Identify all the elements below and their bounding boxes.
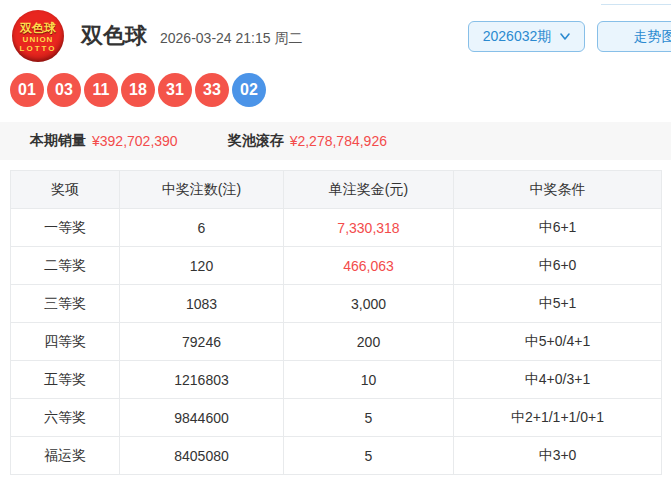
prize-tier-cell: 二等奖	[11, 247, 120, 285]
prize-table-body: 一等奖 6 7,330,318 中6+1 二等奖 120 466,063 中6+…	[11, 209, 662, 475]
logo-text-cn: 双色球	[20, 22, 56, 34]
prize-table-header-cell: 奖项	[11, 171, 120, 209]
table-row: 二等奖 120 466,063 中6+0	[11, 247, 662, 285]
issue-selector-dropdown[interactable]: 2026032期	[468, 21, 585, 52]
jackpot-value: ¥2,278,784,926	[290, 133, 387, 149]
prize-amount-cell: 200	[284, 323, 454, 361]
table-row: 六等奖 9844600 5 中2+1/1+1/0+1	[11, 399, 662, 437]
lottery-ball: 02	[232, 73, 266, 107]
prize-table-header-cell: 中奖注数(注)	[120, 171, 284, 209]
winner-count-cell: 1083	[120, 285, 284, 323]
winner-count-cell: 8405080	[120, 437, 284, 475]
win-condition-cell: 中6+1	[454, 209, 662, 247]
issue-selector-label: 2026032期	[483, 28, 552, 46]
prize-tier-cell: 六等奖	[11, 399, 120, 437]
prize-tier-cell: 一等奖	[11, 209, 120, 247]
prize-amount-cell: 5	[284, 399, 454, 437]
winner-count-cell: 9844600	[120, 399, 284, 437]
chevron-down-icon	[560, 33, 570, 40]
header: 双色球 UNION LOTTO 双色球 2026-03-24 21:15 周二	[12, 10, 302, 62]
prize-table-header-cell: 单注奖金(元)	[284, 171, 454, 209]
prize-table: 奖项 中奖注数(注) 单注奖金(元) 中奖条件 一等奖 6 7,330,318 …	[10, 170, 662, 475]
sales-label: 本期销量	[30, 132, 86, 150]
prize-tier-cell: 五等奖	[11, 361, 120, 399]
winner-count-cell: 79246	[120, 323, 284, 361]
sales-value: ¥392,702,390	[92, 133, 178, 149]
win-condition-cell: 中2+1/1+1/0+1	[454, 399, 662, 437]
lottery-ball: 01	[10, 73, 44, 107]
prize-amount-cell: 10	[284, 361, 454, 399]
prize-amount-cell: 7,330,318	[284, 209, 454, 247]
win-condition-cell: 中5+1	[454, 285, 662, 323]
table-row: 五等奖 1216803 10 中4+0/3+1	[11, 361, 662, 399]
winner-count-cell: 1216803	[120, 361, 284, 399]
lottery-ball: 33	[195, 73, 229, 107]
prize-table-header-cell: 中奖条件	[454, 171, 662, 209]
prize-amount-cell: 3,000	[284, 285, 454, 323]
trend-chart-label: 走势图	[634, 28, 671, 46]
win-condition-cell: 中5+0/4+1	[454, 323, 662, 361]
winner-count-cell: 120	[120, 247, 284, 285]
win-condition-cell: 中3+0	[454, 437, 662, 475]
table-row: 福运奖 8405080 5 中3+0	[11, 437, 662, 475]
page-title: 双色球	[81, 21, 147, 51]
summary-strip: 本期销量 ¥392,702,390 奖池滚存 ¥2,278,784,926	[0, 122, 671, 160]
lottery-ball: 03	[47, 73, 81, 107]
lottery-ball: 11	[84, 73, 118, 107]
win-condition-cell: 中4+0/3+1	[454, 361, 662, 399]
draw-datetime: 2026-03-24 21:15 周二	[160, 25, 302, 48]
cutoff-border-line	[601, 4, 671, 5]
lottery-ball: 18	[121, 73, 155, 107]
winning-numbers: 01 03 11 18 31 33 02	[10, 73, 266, 107]
union-lotto-logo: 双色球 UNION LOTTO	[12, 10, 64, 62]
prize-table-header-row: 奖项 中奖注数(注) 单注奖金(元) 中奖条件	[11, 171, 662, 209]
table-row: 一等奖 6 7,330,318 中6+1	[11, 209, 662, 247]
trend-chart-button[interactable]: 走势图	[597, 21, 671, 52]
table-row: 四等奖 79246 200 中5+0/4+1	[11, 323, 662, 361]
prize-tier-cell: 福运奖	[11, 437, 120, 475]
logo-text-union: UNION	[23, 36, 54, 44]
table-row: 三等奖 1083 3,000 中5+1	[11, 285, 662, 323]
win-condition-cell: 中6+0	[454, 247, 662, 285]
logo-text-lotto: LOTTO	[20, 45, 57, 53]
jackpot-label: 奖池滚存	[228, 132, 284, 150]
prize-amount-cell: 466,063	[284, 247, 454, 285]
winner-count-cell: 6	[120, 209, 284, 247]
prize-amount-cell: 5	[284, 437, 454, 475]
prize-tier-cell: 三等奖	[11, 285, 120, 323]
lottery-ball: 31	[158, 73, 192, 107]
prize-tier-cell: 四等奖	[11, 323, 120, 361]
